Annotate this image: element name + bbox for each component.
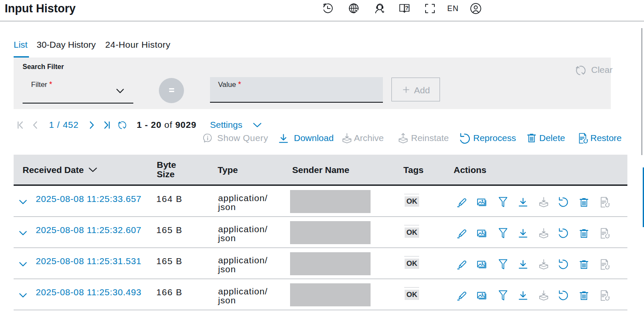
svg-text:?: ? [405,5,408,11]
